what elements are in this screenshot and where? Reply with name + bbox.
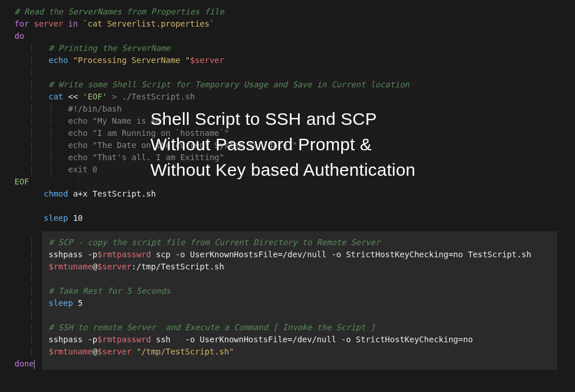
comment: # Write some Shell Script for Temporary … [49, 80, 410, 89]
keyword-in: in [68, 19, 78, 28]
title-line-3: Without Key based Authentication [150, 158, 415, 182]
ssh-args: ssh -o UserKnownHostsFile=/dev/null -o S… [151, 335, 473, 344]
keyword-for: for [14, 19, 29, 28]
backtick-cmd: `cat Serverlist.properties` [83, 19, 215, 28]
variable-ref: $rmtuname [49, 347, 93, 356]
cmd-sshpass: sshpass -p [49, 335, 97, 344]
variable-ref: $rmtpasswrd [97, 335, 151, 344]
string: "Processing ServerName " [73, 56, 190, 65]
sleep-arg: 5 [78, 298, 83, 308]
title-line-1: Shell Script to SSH and SCP [150, 107, 415, 131]
comment: # SSH to remote Server and Execute a Com… [49, 323, 375, 332]
sleep-arg: 10 [73, 213, 83, 223]
cmd-echo: echo [49, 56, 68, 65]
variable-ref: $server [97, 262, 131, 271]
variable: server [34, 19, 64, 28]
variable-ref: $server [190, 56, 224, 65]
cmd-sshpass: sshpass -p [49, 250, 97, 259]
comment: # SCP - copy the script file from Curren… [49, 238, 380, 247]
comment: # Printing the ServerName [49, 43, 171, 53]
variable-ref: $rmtuname [49, 262, 93, 271]
cmd-sleep: sleep [49, 298, 73, 308]
string: "/tmp/TestScript.sh" [131, 347, 234, 356]
comment: # Read the ServerNames from Properties f… [14, 7, 224, 16]
heredoc-line: #!/bin/bash [68, 104, 122, 113]
heredoc-end: EOF [14, 177, 29, 186]
chmod-args: a+x TestScript.sh [73, 189, 156, 198]
title-line-2: Without Password Prompt & [150, 132, 415, 157]
variable-ref: $rmtpasswrd [97, 250, 151, 259]
scp-args: scp -o UserKnownHostsFile=/dev/null -o S… [151, 250, 531, 259]
remote-path: :/tmp/TestScript.sh [131, 262, 224, 271]
cmd-sleep: sleep [44, 213, 68, 223]
heredoc-marker: 'EOF' [83, 92, 107, 101]
cursor-icon [34, 360, 35, 369]
heredoc-line: exit 0 [68, 165, 98, 174]
cmd-chmod: chmod [44, 189, 68, 198]
code-editor[interactable]: # Read the ServerNames from Properties f… [14, 6, 575, 370]
keyword-do: do [14, 31, 24, 40]
operator: << [68, 92, 78, 101]
comment: # Take Rest for 5 Seconds [49, 286, 171, 295]
title-overlay: Shell Script to SSH and SCP Without Pass… [150, 107, 415, 183]
redirect: > ./TestScript.sh [112, 92, 195, 101]
cmd-cat: cat [49, 92, 63, 101]
variable-ref: $server [97, 347, 131, 356]
keyword-done: done [14, 359, 34, 368]
